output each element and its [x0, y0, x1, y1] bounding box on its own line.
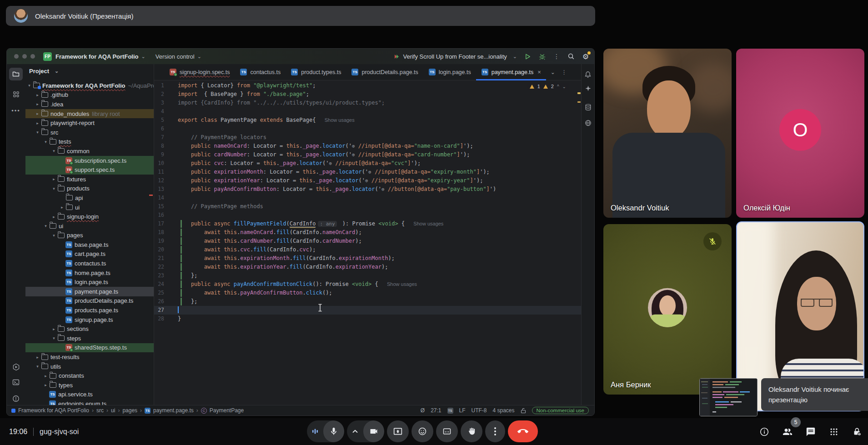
tree-chevron-icon[interactable]: ▾ [43, 140, 49, 144]
editor-tab[interactable]: TSproduct.types.ts [286, 64, 346, 80]
next-problem-icon[interactable]: ⌄ [562, 84, 566, 89]
tree-chevron-icon[interactable]: ▸ [51, 327, 57, 331]
tree-chevron-icon[interactable]: ▾ [26, 83, 32, 88]
prev-problem-icon[interactable]: ^ [557, 84, 559, 89]
tree-chevron-icon[interactable]: ▸ [35, 102, 40, 106]
captions-button[interactable] [436, 420, 458, 442]
ai-assistant-icon[interactable] [583, 83, 593, 93]
microphone-icon[interactable] [323, 420, 344, 442]
tree-item[interactable]: TSproductDetails.page.ts [25, 296, 154, 306]
tree-item[interactable]: TScontactus.ts [25, 259, 154, 268]
tree-item[interactable]: ▸node_modules library root [25, 109, 154, 119]
tree-item[interactable]: ▸playwright-report [25, 118, 154, 128]
activities-grid-icon[interactable] [828, 426, 839, 437]
camera-control[interactable] [347, 420, 384, 442]
breadcrumb-item[interactable]: ui [111, 407, 115, 414]
structure-tool-icon[interactable] [9, 88, 23, 100]
tree-item[interactable]: TSproducts.page.ts [25, 305, 154, 315]
breadcrumb-item[interactable]: Framework for AQA PortFolio [18, 407, 89, 414]
tree-item[interactable]: TSsubscription.spec.ts [25, 156, 154, 165]
tree-chevron-icon[interactable]: ▸ [51, 177, 57, 181]
version-control-menu[interactable]: Version control [156, 53, 195, 60]
editor-tab[interactable]: TSproductDetails.page.ts [346, 64, 423, 80]
database-icon[interactable] [583, 102, 593, 112]
tree-item[interactable]: ▾common [25, 146, 154, 156]
indent-setting[interactable]: 4 spaces [493, 407, 515, 414]
debug-button[interactable] [538, 52, 546, 60]
tree-item[interactable]: ▸types [25, 380, 154, 390]
editor-tab[interactable]: TSlogin.page.ts [423, 64, 476, 80]
tree-item[interactable]: TSlogin.page.ts [25, 277, 154, 287]
tree-chevron-icon[interactable]: ▸ [35, 111, 40, 116]
editor-area[interactable]: TSsignup-login.spec.tsTScontactus.tsTSpr… [154, 64, 582, 405]
chat-icon[interactable] [805, 426, 816, 437]
tree-item[interactable]: TSendpoints.enum.ts [25, 399, 154, 405]
tree-chevron-icon[interactable]: ▾ [51, 233, 57, 238]
breadcrumb[interactable]: Framework for AQA PortFolio›src›ui›pages… [7, 407, 244, 414]
editor-tab[interactable]: TSpayment.page.ts× [476, 64, 546, 80]
inspections-widget[interactable]: 1 2 ^ ⌄ [527, 83, 569, 90]
close-tab-icon[interactable]: × [537, 69, 541, 75]
tree-item[interactable]: ▾ui [25, 221, 154, 231]
video-tile-oleksandr[interactable]: Oleksandr Voitiuk [603, 49, 732, 218]
problems-tool-icon[interactable] [9, 392, 23, 405]
breadcrumb-item[interactable]: src [96, 407, 104, 414]
tree-item[interactable]: ▾pages [25, 231, 154, 240]
camera-icon[interactable] [363, 420, 384, 442]
tree-item[interactable]: api [25, 193, 154, 203]
tree-item[interactable]: ▸signup-login [25, 212, 154, 221]
tree-item[interactable]: TSsharedSteps.step.ts [25, 343, 154, 353]
line-ending[interactable]: LF [459, 407, 466, 414]
editor-tab[interactable]: TScontactus.ts [235, 64, 286, 80]
tree-item[interactable]: ▾Framework for AQA PortFolio ~/AquaProje… [25, 81, 154, 90]
tree-item[interactable]: ▾products [25, 184, 154, 194]
participants-icon[interactable] [782, 426, 793, 437]
typescript-status-icon[interactable]: TS [447, 408, 453, 414]
breadcrumb-item[interactable]: pages [122, 407, 137, 414]
raise-hand-button[interactable] [461, 420, 482, 442]
tree-chevron-icon[interactable]: ▸ [43, 374, 49, 378]
tree-item[interactable]: ▸constants [25, 371, 154, 380]
tree-chevron-icon[interactable]: ▸ [35, 121, 40, 125]
tree-chevron-icon[interactable]: ▸ [35, 355, 40, 360]
run-button[interactable] [523, 52, 532, 60]
tree-chevron-icon[interactable]: ▾ [43, 224, 49, 228]
endpoints-globe-icon[interactable] [583, 118, 593, 128]
inspection-off-icon[interactable]: Ø [421, 407, 425, 414]
reactions-button[interactable] [411, 420, 433, 442]
tree-chevron-icon[interactable]: ▾ [51, 336, 57, 340]
tree-item[interactable]: ▾tests [25, 137, 154, 147]
tree-item[interactable]: TSsupport.spec.ts [25, 165, 154, 175]
tree-item[interactable]: TSsignup.page.ts [25, 315, 154, 325]
tree-item[interactable]: TScart.page.ts [25, 250, 154, 259]
code-editor[interactable]: 1import { Locator} from "@playwright/tes… [154, 80, 582, 405]
tree-item[interactable]: ▸fixtures [25, 175, 154, 184]
present-screen-button[interactable] [387, 420, 409, 442]
tree-chevron-icon[interactable]: ▾ [35, 130, 40, 135]
tree-item[interactable]: ▸sections [25, 324, 154, 334]
tree-item[interactable]: ▾utils [25, 362, 154, 371]
terminal-tool-icon[interactable] [9, 376, 23, 389]
tree-item[interactable]: TShome.page.ts [25, 268, 154, 278]
tree-item[interactable]: ▸.github [25, 90, 154, 100]
tree-chevron-icon[interactable]: ▾ [51, 149, 57, 153]
tree-item[interactable]: ▸ui [25, 203, 154, 212]
tree-item[interactable]: TSbase.page.ts [25, 240, 154, 250]
run-configuration[interactable]: Verify Scroll Up from Footer se...ionali… [394, 53, 517, 60]
breadcrumb-item[interactable]: payment.page.ts [153, 407, 194, 414]
project-selector[interactable]: Framework for AQA PortFolio [55, 53, 139, 60]
more-actions-icon[interactable]: ⋮ [552, 52, 561, 60]
settings-gear-icon[interactable]: ⚙ [582, 52, 590, 60]
editor-tab[interactable]: TSsignup-login.spec.ts [164, 64, 235, 80]
license-badge[interactable]: Non-commercial use [532, 407, 589, 414]
caret-position[interactable]: 27:1 [431, 407, 441, 414]
tree-chevron-icon[interactable]: ▸ [51, 215, 57, 219]
tree-item[interactable]: TSpayment.page.ts [25, 287, 154, 296]
tree-chevron-icon[interactable]: ▾ [51, 186, 57, 191]
mic-control[interactable] [307, 420, 344, 442]
lock-icon[interactable] [521, 408, 526, 414]
tree-chevron-icon[interactable]: ▸ [35, 93, 40, 97]
presentation-notification[interactable]: Oleksandr Voitiuk починає презентацію [699, 378, 868, 416]
project-panel-header[interactable]: Project ⌄ [25, 64, 154, 78]
file-encoding[interactable]: UTF-8 [472, 407, 487, 414]
